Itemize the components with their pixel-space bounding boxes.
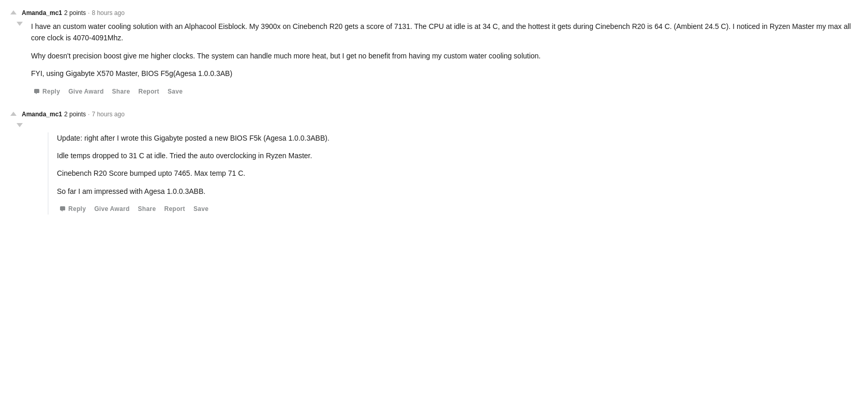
comment-paragraph-1-0: I have an custom water cooling solution … xyxy=(31,21,858,44)
upvote-arrow-1[interactable] xyxy=(10,10,17,14)
action-bar-2: Reply Give Award Share Report Save xyxy=(57,203,858,215)
comment-meta-2: Amanda_mc1 2 points · 7 hours ago xyxy=(22,110,125,119)
action-bar-1: Reply Give Award Share Report Save xyxy=(31,86,858,97)
give-award-button-1[interactable]: Give Award xyxy=(65,86,107,97)
nested-comment-2: Update: right after I wrote this Gigabyt… xyxy=(48,132,858,215)
vote-arrows-2[interactable] xyxy=(10,112,17,117)
author-2[interactable]: Amanda_mc1 xyxy=(22,110,62,119)
vote-arrows-1[interactable] xyxy=(10,10,17,16)
comment-paragraph-1-1: Why doesn't precision boost give me high… xyxy=(31,50,858,62)
comment-header-2: Amanda_mc1 2 points · 7 hours ago xyxy=(10,110,858,119)
points-1: 2 points xyxy=(64,8,86,18)
comment-meta-1: Amanda_mc1 2 points · 8 hours ago xyxy=(22,8,125,18)
comment-block-2: Amanda_mc1 2 points · 7 hours ago Update… xyxy=(10,110,858,215)
comment-text-1: I have an custom water cooling solution … xyxy=(31,21,858,80)
share-button-1[interactable]: Share xyxy=(109,86,133,97)
comment-block-1: Amanda_mc1 2 points · 8 hours ago I have… xyxy=(10,8,858,97)
give-award-button-2[interactable]: Give Award xyxy=(91,203,132,215)
save-button-2[interactable]: Save xyxy=(190,203,212,215)
reply-icon-1 xyxy=(34,89,40,94)
downvote-arrow-2[interactable] xyxy=(17,123,23,127)
left-votes-2[interactable] xyxy=(10,122,29,215)
downvote-arrow-1[interactable] xyxy=(17,22,23,26)
upvote-arrow-2[interactable] xyxy=(10,112,17,116)
share-button-2[interactable]: Share xyxy=(135,203,159,215)
svg-rect-0 xyxy=(34,89,39,93)
timestamp-1: 8 hours ago xyxy=(92,8,124,18)
comment-paragraph-1-2: FYI, using Gigabyte X570 Master, BIOS F5… xyxy=(31,68,858,79)
comment-paragraph-2-2: Cinebench R20 Score bumped upto 7465. Ma… xyxy=(57,168,858,179)
comment-header-1: Amanda_mc1 2 points · 8 hours ago xyxy=(10,8,858,18)
report-button-1[interactable]: Report xyxy=(135,86,162,97)
report-button-2[interactable]: Report xyxy=(161,203,188,215)
author-1[interactable]: Amanda_mc1 xyxy=(22,8,62,18)
left-votes-1[interactable] xyxy=(10,21,29,97)
svg-marker-1 xyxy=(35,93,37,94)
svg-marker-3 xyxy=(61,210,63,211)
reply-icon-2 xyxy=(60,206,66,211)
comment-content-1: I have an custom water cooling solution … xyxy=(29,21,858,97)
comment-paragraph-2-1: Idle temps dropped to 31 C at idle. Trie… xyxy=(57,150,858,161)
comment-body-2: Update: right after I wrote this Gigabyt… xyxy=(10,122,858,215)
svg-rect-2 xyxy=(60,206,65,210)
comment-text-2: Update: right after I wrote this Gigabyt… xyxy=(57,132,858,198)
separator-2: · xyxy=(88,110,89,119)
save-button-1[interactable]: Save xyxy=(164,86,186,97)
reply-button-1[interactable]: Reply xyxy=(31,86,63,97)
points-2: 2 points xyxy=(64,110,86,119)
timestamp-2: 7 hours ago xyxy=(92,110,124,119)
comment-body-1: I have an custom water cooling solution … xyxy=(10,21,858,97)
separator-1: · xyxy=(88,8,89,18)
reply-button-2[interactable]: Reply xyxy=(57,203,89,215)
comment-paragraph-2-3: So far I am impressed with Agesa 1.0.0.3… xyxy=(57,186,858,197)
comment-outer-2: Update: right after I wrote this Gigabyt… xyxy=(29,122,858,215)
comment-paragraph-2-0: Update: right after I wrote this Gigabyt… xyxy=(57,132,858,144)
